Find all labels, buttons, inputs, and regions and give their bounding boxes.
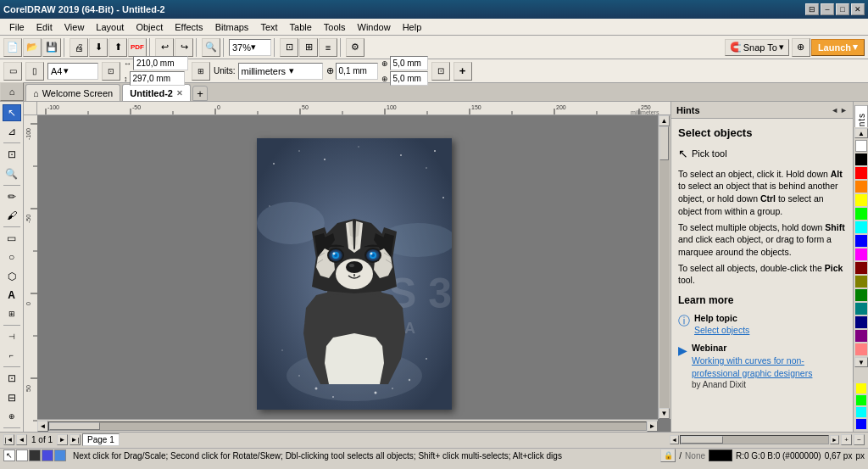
text-tool[interactable]: A [3,287,21,304]
swatch-red[interactable] [855,167,867,179]
scroll-track-v[interactable] [659,126,670,408]
swatch-purple[interactable] [855,330,867,342]
color-dot-blue[interactable] [856,419,866,429]
crop-tool[interactable]: ⊡ [3,146,21,163]
hints-forward-arrow[interactable]: ► [840,106,848,114]
swatch-olive[interactable] [855,276,867,288]
zoom-in-btn[interactable]: + [841,434,852,445]
ellipse-tool[interactable]: ○ [3,248,21,265]
help-topic-link[interactable]: Select objects [694,324,749,337]
swatch-pink-light[interactable] [855,343,867,355]
height-input[interactable]: 297,0 mm [130,71,185,86]
page-first-btn[interactable]: |◄ [3,434,14,445]
swatch-black[interactable] [855,154,867,165]
options-button[interactable]: ⚙ [346,38,364,57]
open-button[interactable]: 📂 [23,38,42,57]
units-dropdown[interactable]: millimeters ▾ [238,63,323,80]
interactive-fill-tool[interactable]: ⊟ [3,389,21,406]
swatch-teal[interactable] [855,303,867,315]
new-tab-button[interactable]: + [192,86,208,101]
scroll-up-btn[interactable]: ▲ [659,115,670,126]
menu-table[interactable]: Table [284,20,318,34]
parallel-dim-tool[interactable]: ⊣ [3,328,21,345]
scroll-left-btn[interactable]: ◄ [37,421,48,432]
canvas-background[interactable]: GAS 31 INDONESIA [37,115,670,432]
import-button[interactable]: ⬇ [89,38,108,57]
menu-effects[interactable]: Effects [169,20,209,34]
palette-scroll-up[interactable]: ▲ [854,128,868,138]
portrait-button[interactable]: ▭ [3,62,22,81]
new-button[interactable]: 📄 [3,38,22,57]
freehand-tool[interactable]: ✏ [3,188,21,205]
fit-page-button[interactable]: ⊡ [431,62,450,81]
snap-v-input[interactable]: 5,0 mm [390,71,428,86]
color-dot-green[interactable] [856,395,866,405]
artistic-media-tool[interactable]: 🖌 [3,207,21,224]
redo-button[interactable]: ↪ [175,38,193,57]
pdf-button[interactable]: PDF [128,38,147,57]
menu-window[interactable]: Window [352,20,397,34]
hints-back-arrow[interactable]: ◄ [831,106,838,114]
hscroll-thumb[interactable] [681,436,723,444]
table-tool[interactable]: ⊞ [3,305,21,322]
nudge-input[interactable]: 0,1 mm [336,63,378,80]
width-input[interactable]: 210,0 mm [133,56,188,70]
horizontal-scrollbar[interactable]: ◄ ► [37,419,658,432]
vertical-scrollbar[interactable]: ▲ ▼ [658,115,670,419]
scroll-thumb-v[interactable] [659,126,669,160]
swatch-orange[interactable] [855,181,867,193]
menu-file[interactable]: File [3,20,31,34]
pick-tool[interactable]: ↖ [3,104,21,121]
menu-help[interactable]: Help [397,20,428,34]
page-prev-btn[interactable]: ◄ [16,434,27,445]
swatch-cyan[interactable] [855,221,867,233]
snap-h-input[interactable]: 5,0 mm [390,56,428,70]
units-toggle-button[interactable]: ⊞ [192,62,210,81]
swatch-lime[interactable] [855,208,867,220]
export-button[interactable]: ⬆ [108,38,127,57]
snap-to-button[interactable]: 🧲 Snap To ▾ [725,39,789,56]
scroll-thumb-h[interactable] [49,422,100,430]
hscroll-right[interactable]: ► [830,435,839,444]
document-page[interactable]: GAS 31 INDONESIA [257,138,452,410]
menu-bitmaps[interactable]: Bitmaps [209,20,255,34]
scroll-track-h[interactable] [48,422,647,431]
smart-fill-tool[interactable]: ⊕ [3,408,21,425]
scroll-right-btn[interactable]: ► [647,421,658,432]
tab-welcome[interactable]: ⌂ Welcome Screen [25,84,120,101]
print-button[interactable]: 🖨 [70,38,88,57]
maximize-button[interactable]: □ [836,3,849,15]
eyedropper-tool[interactable]: ⊡ [3,370,21,387]
add-page-button[interactable]: + [453,62,472,81]
menu-edit[interactable]: Edit [31,20,58,34]
tab-document[interactable]: Untitled-2 ✕ [122,84,191,101]
zoom-out-btn[interactable]: − [854,434,865,445]
swatch-magenta[interactable] [855,248,867,260]
zoom-all-button[interactable]: ⊞ [299,38,318,57]
launch-button[interactable]: Launch ▾ [811,39,865,56]
zoom-tool[interactable]: 🔍 [3,165,21,182]
hscroll-left[interactable]: ◄ [670,435,679,444]
connector-tool[interactable]: ⌐ [3,347,21,364]
hscroll-track[interactable] [680,435,829,444]
page-size-dropdown[interactable]: A4 ▾ [47,63,98,80]
page-setup-button[interactable]: ⊡ [102,62,120,81]
freehand-pick-tool[interactable]: ⊿ [3,123,21,140]
landscape-button[interactable]: ▯ [25,62,44,81]
save-button[interactable]: 💾 [42,38,61,57]
swatch-maroon[interactable] [855,262,867,274]
minimize-button[interactable]: – [821,3,834,15]
undo-button[interactable]: ↩ [155,38,174,57]
menu-text[interactable]: Text [254,20,283,34]
window-icon-btn[interactable]: ⊟ [805,3,819,15]
search-button[interactable]: 🔍 [202,38,220,57]
scroll-down-btn[interactable]: ▼ [659,408,670,419]
menu-object[interactable]: Object [130,20,169,34]
tab-close-icon[interactable]: ✕ [176,89,183,98]
swatch-green[interactable] [855,289,867,301]
close-button[interactable]: ✕ [851,3,865,15]
page-next-btn[interactable]: ► [57,434,68,445]
color-dot-yellow[interactable] [856,383,866,394]
status-lock-btn[interactable]: 🔒 [660,449,676,462]
rectangle-tool[interactable]: ▭ [3,230,21,247]
